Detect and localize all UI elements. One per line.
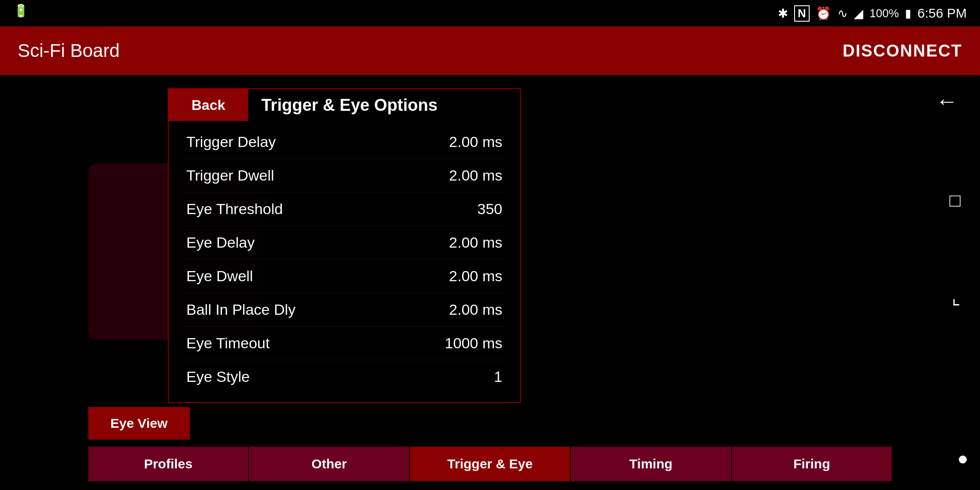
content-panel: Back Trigger & Eye Options Trigger Delay…	[168, 88, 521, 403]
setting-label: Eye Delay	[186, 234, 255, 251]
table-row[interactable]: Eye Dwell 2.00 ms	[182, 260, 507, 293]
table-row[interactable]: Trigger Dwell 2.00 ms	[182, 159, 507, 192]
nav-button-other[interactable]: Other	[249, 447, 410, 481]
setting-label: Eye Style	[186, 368, 250, 385]
battery-full-icon: ▮	[905, 7, 911, 20]
table-row[interactable]: Trigger Delay 2.00 ms	[182, 125, 507, 159]
app-header: Sci-Fi Board DISCONNECT	[0, 26, 980, 75]
status-bar: 🔋 ✱ N ⏰ ∿ ◢ 100% ▮ 6:56 PM	[0, 0, 980, 26]
nav-button-trigger---eye[interactable]: Trigger & Eye	[410, 447, 571, 481]
setting-value: 2.00 ms	[449, 133, 502, 151]
setting-value: 350	[477, 200, 502, 218]
scroll-indicator	[959, 456, 967, 464]
bluetooth-icon: ✱	[778, 6, 788, 21]
settings-list: Trigger Delay 2.00 ms Trigger Dwell 2.00…	[169, 121, 520, 402]
corner-icon[interactable]: ⌞	[952, 287, 961, 309]
table-row[interactable]: Eye Delay 2.00 ms	[182, 226, 507, 260]
status-icons: ✱ N ⏰ ∿ ◢ 100% ▮ 6:56 PM	[778, 5, 967, 22]
alarm-icon: ⏰	[816, 6, 831, 21]
back-arrow-icon[interactable]: ←	[936, 88, 958, 114]
clock: 6:56 PM	[917, 6, 967, 21]
battery-icon: 🔋	[13, 4, 29, 18]
setting-label: Trigger Delay	[186, 133, 276, 151]
setting-label: Trigger Dwell	[186, 167, 274, 184]
panel-header: Back Trigger & Eye Options	[169, 89, 520, 121]
nav-button-timing[interactable]: Timing	[571, 447, 731, 481]
eye-view-button[interactable]: Eye View	[88, 407, 190, 440]
eye-view-row: Eye View	[88, 407, 892, 440]
signal-icon: ◢	[854, 6, 863, 21]
app-title: Sci-Fi Board	[18, 40, 120, 61]
back-button[interactable]: Back	[169, 89, 248, 121]
disconnect-button[interactable]: DISCONNECT	[843, 41, 962, 60]
square-icon[interactable]: □	[950, 190, 961, 211]
setting-label: Eye Threshold	[186, 200, 283, 218]
bottom-area: Eye View ProfilesOtherTrigger & EyeTimin…	[0, 407, 980, 490]
panel-title: Trigger & Eye Options	[248, 96, 520, 115]
setting-value: 2.00 ms	[449, 301, 502, 318]
setting-value: 1	[494, 368, 502, 385]
setting-label: Ball In Place Dly	[186, 301, 296, 318]
setting-value: 1000 ms	[445, 335, 502, 352]
setting-label: Eye Dwell	[186, 268, 253, 285]
setting-value: 2.00 ms	[449, 234, 502, 251]
setting-value: 2.00 ms	[449, 268, 502, 285]
nav-button-firing[interactable]: Firing	[732, 447, 892, 481]
nfc-icon: N	[794, 5, 810, 22]
table-row[interactable]: Eye Style 1	[182, 360, 507, 393]
table-row[interactable]: Eye Timeout 1000 ms	[182, 327, 507, 360]
table-row[interactable]: Ball In Place Dly 2.00 ms	[182, 293, 507, 327]
setting-label: Eye Timeout	[186, 335, 270, 352]
setting-value: 2.00 ms	[449, 167, 502, 184]
battery-percentage: 100%	[870, 7, 899, 20]
nav-button-profiles[interactable]: Profiles	[88, 447, 249, 481]
wifi-icon: ∿	[837, 6, 848, 21]
nav-row: ProfilesOtherTrigger & EyeTimingFiring	[88, 447, 892, 481]
table-row[interactable]: Eye Threshold 350	[182, 192, 507, 226]
